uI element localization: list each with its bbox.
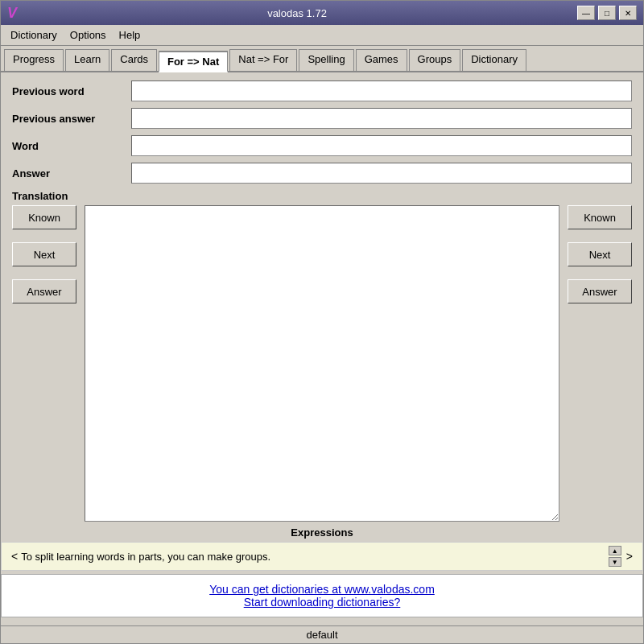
scroll-down-button[interactable]: ▼	[609, 557, 621, 567]
expressions-label: Expressions	[12, 526, 632, 539]
answer-input[interactable]	[131, 163, 632, 184]
menu-help[interactable]: Help	[113, 27, 147, 43]
main-window: V valodas 1.72 — □ ✕ Dictionary Options …	[0, 0, 644, 644]
bottom-link-area: You can get dictionaries at www.valodas.…	[1, 574, 643, 617]
answer-label: Answer	[12, 167, 131, 180]
logo-icon: V	[7, 5, 17, 22]
status-text: default	[306, 629, 337, 641]
info-arrow-left[interactable]: <	[8, 550, 21, 563]
translation-section: Translation Known Next Answer Known Next…	[12, 190, 632, 522]
known-button-left[interactable]: Known	[12, 205, 76, 229]
previous-answer-row: Previous answer	[12, 108, 632, 129]
main-content: Previous word Previous answer Word Answe…	[1, 72, 643, 625]
tab-dictionary[interactable]: Dictionary	[462, 49, 526, 71]
tab-games[interactable]: Games	[356, 49, 407, 71]
tab-for-nat[interactable]: For => Nat	[159, 51, 228, 72]
right-buttons: Known Next Answer	[568, 205, 632, 522]
answer-button-left[interactable]: Answer	[12, 279, 76, 303]
tabs-bar: Progress Learn Cards For => Nat Nat => F…	[1, 46, 643, 72]
info-bar-text: To split learning words in parts, you ca…	[21, 551, 607, 563]
title-bar: V valodas 1.72 — □ ✕	[1, 1, 643, 25]
menu-options[interactable]: Options	[64, 27, 113, 43]
window-title: valodas 1.72	[17, 7, 577, 19]
tab-cards[interactable]: Cards	[111, 49, 157, 71]
tab-learn[interactable]: Learn	[65, 49, 109, 71]
status-bar: default	[1, 625, 643, 643]
maximize-button[interactable]: □	[598, 6, 616, 20]
next-button-left[interactable]: Next	[12, 242, 76, 266]
tab-groups[interactable]: Groups	[409, 49, 461, 71]
tab-nat-for[interactable]: Nat => For	[229, 49, 297, 71]
word-label: Word	[12, 140, 131, 152]
menu-bar: Dictionary Options Help	[1, 25, 643, 46]
app-logo: V	[7, 5, 17, 22]
bottom-link-line2[interactable]: Start downloading dictionaries?	[10, 596, 634, 609]
previous-answer-input[interactable]	[131, 108, 632, 129]
previous-word-input[interactable]	[131, 80, 632, 101]
word-input[interactable]	[131, 135, 632, 156]
scroll-up-button[interactable]: ▲	[609, 546, 621, 555]
translation-label: Translation	[12, 190, 632, 202]
menu-dictionary[interactable]: Dictionary	[4, 27, 64, 43]
translation-row: Known Next Answer Known Next Answer	[12, 205, 632, 522]
close-button[interactable]: ✕	[619, 6, 637, 20]
info-scrollbar: ▲ ▼	[607, 546, 623, 567]
fields-section: Previous word Previous answer Word Answe…	[12, 80, 632, 190]
next-button-right[interactable]: Next	[568, 242, 632, 266]
previous-answer-label: Previous answer	[12, 113, 131, 125]
previous-word-row: Previous word	[12, 80, 632, 101]
info-arrow-right[interactable]: >	[623, 550, 636, 563]
answer-row: Answer	[12, 163, 632, 184]
answer-button-right[interactable]: Answer	[568, 279, 632, 303]
tab-spelling[interactable]: Spelling	[299, 49, 353, 71]
translation-textarea[interactable]	[85, 205, 559, 522]
left-buttons: Known Next Answer	[12, 205, 76, 522]
word-row: Word	[12, 135, 632, 156]
previous-word-label: Previous word	[12, 85, 131, 97]
window-controls: — □ ✕	[577, 6, 637, 20]
info-bar: < To split learning words in parts, you …	[1, 542, 643, 571]
tab-progress[interactable]: Progress	[4, 49, 64, 71]
minimize-button[interactable]: —	[577, 6, 595, 20]
known-button-right[interactable]: Known	[568, 205, 632, 229]
bottom-link-line1[interactable]: You can get dictionaries at www.valodas.…	[10, 583, 634, 596]
